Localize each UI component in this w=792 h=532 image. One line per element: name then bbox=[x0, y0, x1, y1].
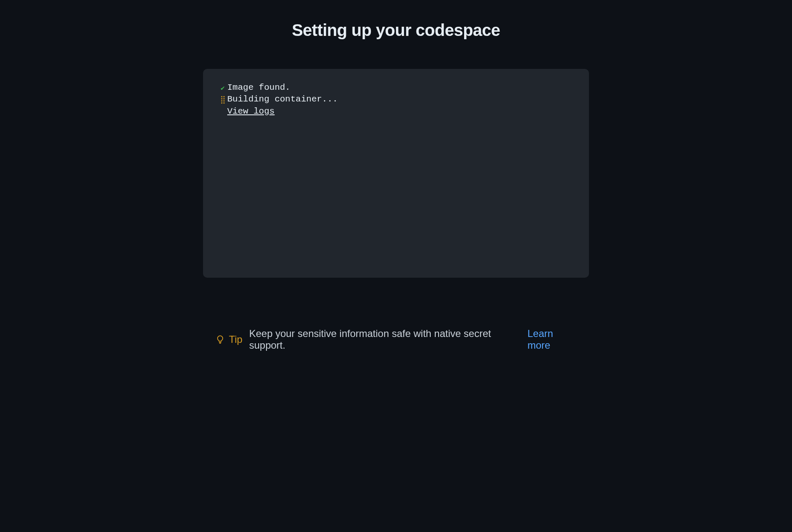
log-text: Building container... bbox=[227, 94, 338, 105]
checkmark-icon: ✔ bbox=[218, 84, 227, 93]
log-row-building-container: ⣿ Building container... bbox=[218, 94, 574, 105]
spinner-icon: ⣿ bbox=[218, 95, 227, 104]
tip-text: Keep your sensitive information safe wit… bbox=[249, 328, 517, 351]
learn-more-link[interactable]: Learn more bbox=[528, 328, 576, 351]
tip-label: Tip bbox=[229, 334, 242, 345]
setup-log-terminal: ✔ Image found. ⣿ Building container... V… bbox=[203, 69, 589, 278]
tip-bar: Tip Keep your sensitive information safe… bbox=[203, 328, 589, 351]
log-row-view-logs: View logs bbox=[218, 106, 574, 117]
lightbulb-icon bbox=[216, 335, 225, 344]
view-logs-link[interactable]: View logs bbox=[227, 106, 274, 117]
log-row-image-found: ✔ Image found. bbox=[218, 82, 574, 93]
log-text: Image found. bbox=[227, 82, 290, 93]
page-title: Setting up your codespace bbox=[0, 21, 792, 40]
